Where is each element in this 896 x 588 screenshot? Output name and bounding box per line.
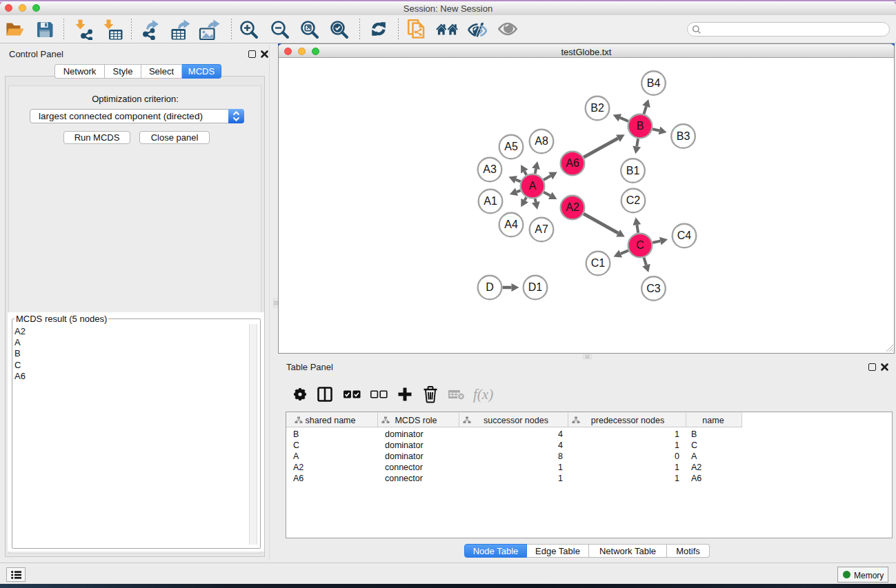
svg-text:C3: C3	[646, 283, 661, 294]
svg-text:B: B	[637, 120, 644, 132]
svg-text:A2: A2	[566, 201, 579, 213]
svg-text:C1: C1	[591, 257, 606, 269]
svg-text:A3: A3	[483, 163, 497, 175]
svg-text:B4: B4	[647, 77, 661, 89]
svg-text:A1: A1	[484, 195, 497, 207]
svg-text:A4: A4	[504, 219, 518, 230]
svg-text:D: D	[486, 281, 494, 293]
svg-text:B3: B3	[677, 130, 690, 142]
svg-text:B2: B2	[590, 102, 604, 114]
svg-text:A8: A8	[535, 135, 548, 147]
svg-text:D1: D1	[528, 281, 543, 293]
svg-text:A6: A6	[566, 157, 579, 169]
svg-text:A: A	[529, 180, 537, 192]
svg-text:A5: A5	[504, 141, 518, 152]
svg-text:A7: A7	[535, 223, 548, 235]
svg-text:C4: C4	[677, 230, 692, 241]
svg-text:C2: C2	[626, 194, 641, 206]
svg-text:B1: B1	[626, 165, 640, 176]
svg-text:C: C	[636, 239, 644, 251]
